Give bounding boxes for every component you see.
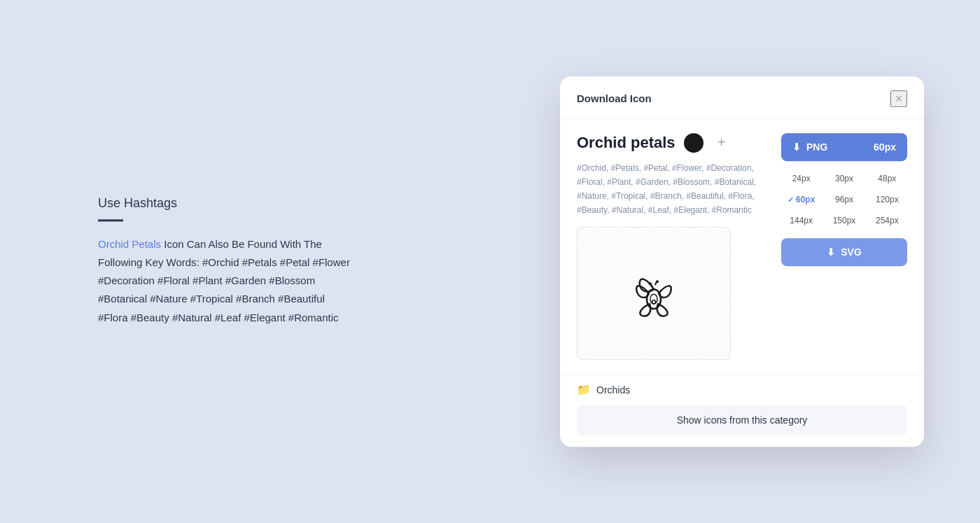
modal-footer: 📁 Orchids Show icons from this category [560, 374, 924, 447]
modal-header: Download Icon × [560, 76, 924, 119]
icon-name-row: Orchid petals + [577, 133, 767, 153]
png-size: 60px [874, 141, 896, 153]
size-96[interactable]: 96px [824, 190, 864, 209]
main-container: Use Hashtags Orchid Petals Icon Can Also… [0, 0, 980, 523]
tags-text: #Orchid, #Petals, #Petal, #Flower, #Deco… [577, 163, 756, 216]
svg-line-4 [655, 281, 657, 285]
png-label: PNG [806, 141, 827, 153]
svg-point-5 [650, 294, 657, 304]
icon-name: Orchid petals [577, 134, 676, 152]
category-name: Orchids [596, 384, 630, 396]
download-svg-button[interactable]: ⬇ SVG [781, 238, 907, 266]
size-30[interactable]: 30px [824, 169, 864, 188]
modal-title: Download Icon [577, 92, 652, 104]
svg-download-icon: ⬇ [827, 246, 835, 258]
icon-preview [577, 227, 731, 360]
category-row: 📁 Orchids [577, 383, 907, 396]
left-content: Use Hashtags Orchid Petals Icon Can Also… [98, 196, 350, 327]
highlight-text: Orchid Petals [98, 238, 161, 250]
add-color-button[interactable]: + [712, 133, 732, 153]
size-120[interactable]: 120px [867, 190, 907, 209]
color-picker[interactable] [684, 133, 704, 153]
close-button[interactable]: × [890, 90, 907, 107]
tags-area: #Orchid, #Petals, #Petal, #Flower, #Deco… [577, 161, 767, 218]
divider [98, 219, 123, 221]
hashtag-description: Orchid Petals Icon Can Also Be Found Wit… [98, 235, 350, 327]
size-60[interactable]: 60px [781, 190, 821, 209]
svg-point-6 [652, 300, 656, 304]
size-48[interactable]: 48px [867, 169, 907, 188]
size-254[interactable]: 254px [867, 211, 907, 230]
svg-line-3 [650, 284, 652, 286]
orchid-svg [605, 244, 703, 342]
svg-label: SVG [841, 246, 862, 258]
size-24[interactable]: 24px [781, 169, 821, 188]
description-body: Icon Can Also Be Found With The Followin… [98, 238, 350, 323]
download-png-button[interactable]: ⬇ PNG 60px [781, 133, 907, 161]
show-category-button[interactable]: Show icons from this category [577, 405, 907, 435]
size-grid: 24px 30px 48px 60px 96px 120px 144px 150… [781, 169, 907, 230]
size-150[interactable]: 150px [824, 211, 864, 230]
download-modal: Download Icon × Orchid petals + #Orchid,… [560, 76, 924, 447]
modal-body: Orchid petals + #Orchid, #Petals, #Petal… [560, 119, 924, 375]
hashtag-heading: Use Hashtags [98, 196, 350, 211]
modal-right-panel: ⬇ PNG 60px 24px 30px 48px 60px 96px 120p… [781, 133, 907, 361]
folder-icon: 📁 [577, 383, 591, 396]
download-arrow-icon: ⬇ [792, 141, 801, 153]
size-144[interactable]: 144px [781, 211, 821, 230]
modal-left-panel: Orchid petals + #Orchid, #Petals, #Petal… [577, 133, 767, 361]
